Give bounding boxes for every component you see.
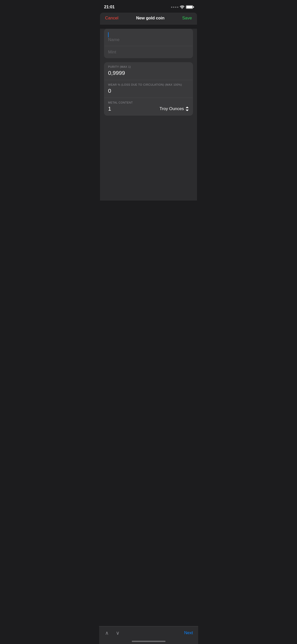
text-cursor bbox=[108, 32, 109, 37]
name-input[interactable] bbox=[108, 37, 189, 42]
battery-icon bbox=[186, 5, 193, 9]
unit-selector[interactable]: Troy Ounces bbox=[159, 106, 189, 111]
numeric-section: PURITY (max 1) 0,9999 WEAR % (loss due t… bbox=[104, 62, 193, 116]
wear-value: 0 bbox=[108, 88, 189, 94]
metal-content-value: 1 bbox=[108, 106, 111, 112]
status-time: 21:01 bbox=[104, 5, 115, 10]
save-button[interactable]: Save bbox=[182, 16, 192, 21]
chevron-updown-icon bbox=[185, 106, 189, 111]
page-title: New gold coin bbox=[136, 16, 164, 21]
wifi-icon bbox=[180, 6, 184, 9]
name-mint-section bbox=[104, 29, 193, 58]
wear-field[interactable]: WEAR % (loss due to circulation) (max 10… bbox=[104, 80, 193, 98]
unit-label: Troy Ounces bbox=[159, 106, 184, 111]
metal-content-field[interactable]: METAL CONTENT 1 Troy Ounces bbox=[104, 98, 193, 116]
status-bar: 21:01 bbox=[99, 0, 198, 13]
mint-input[interactable] bbox=[108, 50, 189, 55]
name-field[interactable] bbox=[104, 29, 193, 46]
purity-value: 0,9999 bbox=[108, 70, 189, 76]
metal-content-label: METAL CONTENT bbox=[108, 101, 189, 104]
metal-content-row: 1 Troy Ounces bbox=[108, 106, 189, 112]
signal-icon bbox=[171, 7, 178, 8]
main-content: PURITY (max 1) 0,9999 WEAR % (loss due t… bbox=[100, 29, 197, 201]
purity-field[interactable]: PURITY (max 1) 0,9999 bbox=[104, 62, 193, 80]
cancel-button[interactable]: Cancel bbox=[105, 16, 118, 21]
mint-field[interactable] bbox=[104, 46, 193, 58]
wear-label: WEAR % (loss due to circulation) (max 10… bbox=[108, 83, 189, 86]
nav-bar: Cancel New gold coin Save bbox=[100, 13, 197, 25]
purity-label: PURITY (max 1) bbox=[108, 65, 189, 68]
status-icons bbox=[171, 5, 193, 9]
